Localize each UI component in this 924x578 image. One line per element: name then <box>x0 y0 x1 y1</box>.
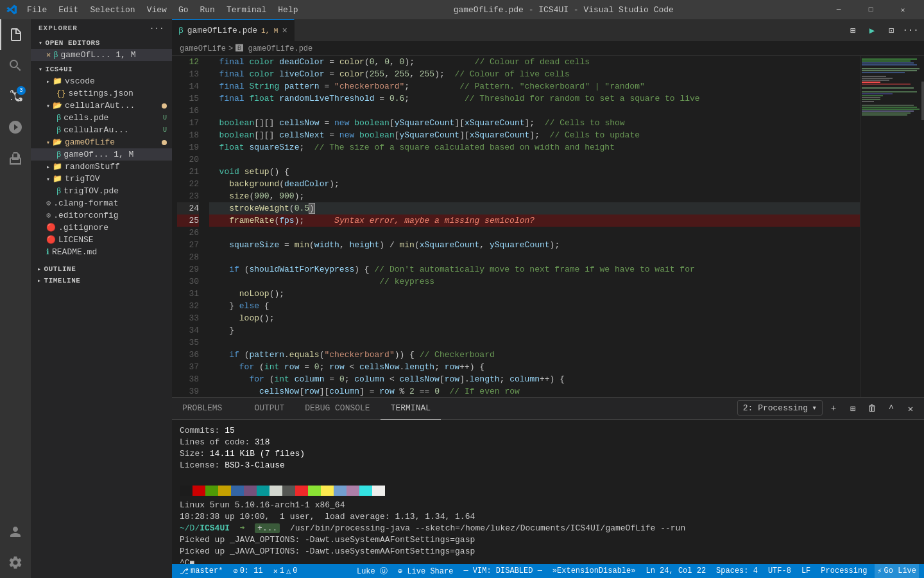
cells-pde[interactable]: β cells.pde U <box>31 112 172 124</box>
editorconfig[interactable]: ⚙ .editorconfig <box>31 209 172 222</box>
sidebar-more-button[interactable]: ··· <box>150 24 164 32</box>
ics4ui-label[interactable]: ▾ ICS4UI <box>31 64 172 75</box>
code-editor[interactable]: 12 13 14 15 16 17 18 19 20 21 22 23 24 2… <box>172 56 860 397</box>
trigtov-folder[interactable]: ▾ 📁 trigTOV <box>31 173 172 185</box>
status-branch[interactable]: ⎇ master* <box>177 564 225 578</box>
code-line-25: frameRate(fps); Syntax error, maybe a mi… <box>209 215 860 227</box>
code-line-20 <box>209 153 860 166</box>
git-icon: 🔴 <box>46 223 56 232</box>
status-golive[interactable]: ⚡ Go Live <box>875 564 919 578</box>
swatch-bright-cyan <box>359 486 372 496</box>
activity-account[interactable] <box>0 516 31 547</box>
panel-split-button[interactable]: ⊞ <box>844 400 861 417</box>
readme[interactable]: ℹ README.md <box>31 246 172 258</box>
activity-settings[interactable] <box>0 547 31 578</box>
activity-extensions[interactable] <box>0 143 31 173</box>
cellularaut-folder[interactable]: ▾ 📂 cellularAut... <box>31 100 172 112</box>
tab-layout-button[interactable]: ⊡ <box>883 22 900 39</box>
status-user[interactable]: Luke ⓤ <box>354 564 390 578</box>
gitignore-label: .gitignore <box>58 223 108 232</box>
branch-icon: ⎇ <box>180 566 189 576</box>
pde-icon3: β <box>56 126 61 135</box>
terminal-command: ~/D/ICS4UI ➜ +... /usr/bin/processing-ja… <box>180 523 916 534</box>
menu-view[interactable]: View <box>142 4 172 16</box>
panel-close-button[interactable]: ✕ <box>902 400 919 417</box>
panel-add-button[interactable]: + <box>825 400 842 417</box>
untracked-badge2: U <box>163 127 167 134</box>
status-spaces[interactable]: Spaces: 4 <box>714 564 760 578</box>
debug-label: DEBUG CONSOLE <box>305 403 370 413</box>
gameof-folder[interactable]: ▾ 📂 gameOfLife <box>31 136 172 148</box>
menu-selection[interactable]: Selection <box>85 4 140 16</box>
status-liveshare[interactable]: ⊕ Live Share <box>395 564 456 578</box>
open-editor-gameof[interactable]: ✕ β gameOfL... 1, M <box>31 49 172 61</box>
menu-help[interactable]: Help <box>273 4 303 16</box>
status-language[interactable]: Processing <box>818 564 869 578</box>
clang-format[interactable]: ⚙ .clang-format <box>31 197 172 209</box>
activity-explorer[interactable] <box>0 19 31 50</box>
code-line-21: void setup() { <box>209 166 860 178</box>
terminal-label: TERMINAL <box>391 403 431 413</box>
code-line-17: boolean[][] cellsNow = new boolean[ySqua… <box>209 117 860 129</box>
timeline-section[interactable]: ▸ TIMELINE <box>31 275 172 286</box>
status-sync[interactable]: ⊘ 0: 11 <box>230 564 265 578</box>
cells-label: cells.pde <box>64 113 108 123</box>
menu-edit[interactable]: Edit <box>53 4 83 16</box>
gitignore[interactable]: 🔴 .gitignore <box>31 222 172 234</box>
vscode-folder[interactable]: ▸ 📁 vscode <box>31 75 172 87</box>
settings-json[interactable]: {} settings.json <box>31 87 172 100</box>
trigtov-pde[interactable]: β trigTOV.pde <box>31 185 172 197</box>
cellularau-pde[interactable]: β cellularAu... U <box>31 124 172 136</box>
menu-run[interactable]: Run <box>194 4 219 16</box>
status-eol[interactable]: LF <box>799 564 813 578</box>
tab-run-button[interactable]: ▶ <box>864 22 880 39</box>
maximize-button[interactable]: □ <box>856 0 886 19</box>
close-button[interactable]: ✕ <box>888 0 918 19</box>
panel-chevron-up-button[interactable]: ^ <box>883 400 900 417</box>
randomstuff-folder[interactable]: ▸ 📁 randomStuff <box>31 161 172 173</box>
panel-tab-terminal[interactable]: TERMINAL <box>381 398 441 420</box>
open-editors-title: OPEN EDITORS <box>46 39 100 47</box>
activity-search[interactable] <box>0 50 31 81</box>
minimize-button[interactable]: ─ <box>824 0 853 19</box>
tabs-bar: β gameOfLife.pde 1, M × ⊞ ▶ ⊡ ··· <box>172 19 924 42</box>
swatch-bright-white <box>372 486 385 496</box>
panel-tab-debug[interactable]: DEBUG CONSOLE <box>295 398 380 420</box>
config-icon: ⚙ <box>46 198 51 208</box>
source-control-badge: 3 <box>17 86 26 95</box>
terminal-selector[interactable]: 2: Processing ▾ <box>737 400 823 416</box>
breadcrumb-folder[interactable]: gameOfLife <box>180 44 226 53</box>
activity-source-control[interactable]: 3 <box>0 81 31 112</box>
tab-close-button[interactable]: × <box>282 26 287 36</box>
menu-file[interactable]: File <box>22 4 52 16</box>
status-vim[interactable]: — VIM: DISABLED — <box>461 564 544 578</box>
status-encoding[interactable]: UTF-8 <box>766 564 794 578</box>
extension-label: »ExtensionDisable» <box>552 566 636 575</box>
status-cursor[interactable]: Ln 24, Col 22 <box>643 564 708 578</box>
panel-trash-button[interactable]: 🗑 <box>864 400 880 417</box>
menu-go[interactable]: Go <box>173 4 194 16</box>
panel: PROBLEMS OUTPUT DEBUG CONSOLE TERMINAL 2… <box>172 397 924 564</box>
tab-more-button[interactable]: ··· <box>902 22 919 39</box>
menu-terminal[interactable]: Terminal <box>221 4 271 16</box>
license-label: LICENSE <box>58 235 94 245</box>
breadcrumb-file[interactable]: 🅱 gameOfLife.pde <box>235 44 312 53</box>
code-line-33: loop(); <box>209 312 860 324</box>
tab-split-button[interactable]: ⊞ <box>844 22 861 39</box>
terminal-content[interactable]: Commits: 15 Lines of code: 318 Size: 14.… <box>172 420 924 564</box>
activity-run[interactable] <box>0 112 31 143</box>
status-errors[interactable]: ✕ 1 △ 0 <box>271 564 300 578</box>
tab-gameof[interactable]: β gameOfLife.pde 1, M × <box>172 19 295 42</box>
open-editors-label[interactable]: ▾ OPEN EDITORS <box>31 37 172 49</box>
vim-label: — VIM: DISABLED — <box>463 566 542 575</box>
code-line-16 <box>209 105 860 117</box>
outline-section[interactable]: ▸ OUTLINE <box>31 263 172 275</box>
gameof-pde[interactable]: β gameOf... 1, M <box>31 148 172 161</box>
status-extension[interactable]: »ExtensionDisable» <box>550 564 638 578</box>
license[interactable]: 🔴 LICENSE <box>31 234 172 246</box>
panel-tab-problems[interactable]: PROBLEMS <box>172 398 244 420</box>
open-editors-section: ▾ OPEN EDITORS ✕ β gameOfL... 1, M <box>31 37 172 61</box>
terminal-line-2: Lines of code: 318 <box>180 437 916 448</box>
code-content[interactable]: final color deadColor = color(0, 0, 0); … <box>204 56 860 397</box>
panel-tab-output[interactable]: OUTPUT <box>244 398 295 420</box>
